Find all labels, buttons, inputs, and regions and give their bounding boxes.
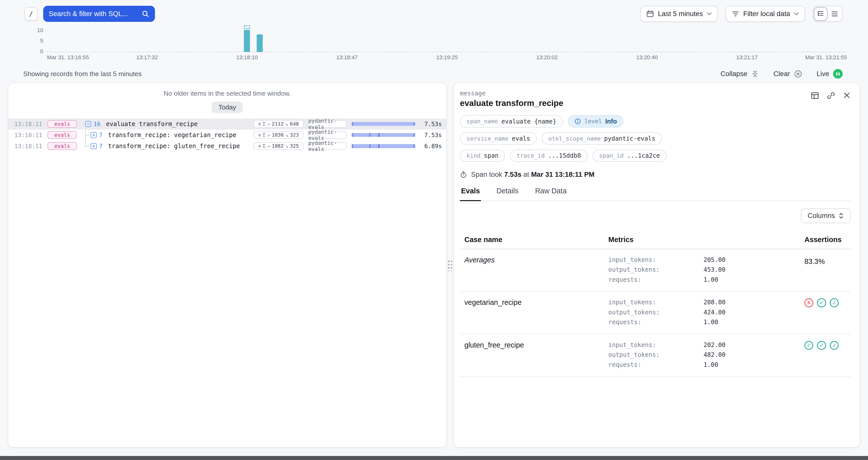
close-icon[interactable] xyxy=(843,91,851,100)
tag-service-name[interactable]: service_name evals xyxy=(460,132,537,144)
copy-link-icon[interactable] xyxy=(827,91,835,100)
table-view-icon[interactable] xyxy=(810,91,819,100)
service-badge[interactable]: evals xyxy=(48,131,77,139)
histogram-bar[interactable] xyxy=(244,30,250,52)
selection-handle[interactable] xyxy=(244,25,250,29)
detail-title: evaluate transform_recipe xyxy=(460,98,851,108)
live-toggle[interactable]: Live xyxy=(816,69,842,78)
tab-details[interactable]: Details xyxy=(495,187,519,201)
assertion-pass-icon[interactable]: ✓ xyxy=(817,298,826,307)
main-panels: No older items in the selected time wind… xyxy=(8,83,860,448)
tag-key: span_id xyxy=(599,153,623,159)
showing-records-text: Showing records from the last 5 minutes xyxy=(23,70,142,78)
histogram-plot-area xyxy=(47,30,847,52)
columns-button[interactable]: Columns xyxy=(801,208,851,224)
metric-label: requests: xyxy=(608,317,704,327)
otel-scope-badge[interactable]: pydantic-evals xyxy=(308,142,347,150)
span-links-icon: ⊘ xyxy=(258,143,261,149)
col-assertions: Assertions xyxy=(798,235,846,244)
table-row[interactable]: gluten_free_recipe input_tokens:202.00 o… xyxy=(460,334,851,376)
tree-view-toggle[interactable] xyxy=(814,7,828,21)
metric-label: input_tokens: xyxy=(608,340,704,350)
x-tick: Mar 31. 13:21:55 xyxy=(805,54,847,61)
assertion-fail-icon[interactable]: ✕ xyxy=(804,298,813,307)
span-metrics-pill[interactable]: ⊘ Σ ↗ 2112 ↘ 648 xyxy=(254,120,303,128)
took-timestamp: Mar 31 13:18:11 PM xyxy=(531,170,594,178)
assertion-pass-icon[interactable]: ✓ xyxy=(817,341,826,350)
tokens-out-icon: ↘ xyxy=(285,143,288,149)
assertion-pass-icon[interactable]: ✓ xyxy=(830,341,839,350)
clear-button[interactable]: Clear xyxy=(774,70,802,78)
attribute-tags: span_name evaluate {name} level Info ser… xyxy=(460,115,851,162)
empty-window-notice: No older items in the selected time wind… xyxy=(8,90,446,97)
span-count[interactable]: − 16 xyxy=(85,121,100,127)
metric-value: 1.00 xyxy=(704,275,798,285)
tag-otel-scope-name[interactable]: otel_scope_name pydantic-evals xyxy=(542,132,662,144)
duration-bar xyxy=(352,133,415,137)
x-tick: 13:20:40 xyxy=(636,54,658,61)
tokens-in-icon: ↗ xyxy=(267,121,270,127)
table-row[interactable]: Averages input_tokens:205.00 output_toke… xyxy=(460,249,851,292)
collapse-button[interactable]: Collapse xyxy=(720,70,759,78)
trace-row[interactable]: 13:18:11 evals − 16 evaluate transform_r… xyxy=(8,119,446,130)
tag-trace-id[interactable]: trace_id ...15ddb8 xyxy=(510,150,587,162)
panel-resize-handle[interactable] xyxy=(447,259,453,271)
assertion-pass-icon[interactable]: ✓ xyxy=(804,341,813,350)
tag-span-name[interactable]: span_name evaluate {name} xyxy=(460,115,563,127)
window-edge xyxy=(0,456,868,460)
otel-scope-badge[interactable]: pydantic-evals xyxy=(308,131,347,139)
live-pause-icon xyxy=(833,69,842,78)
slash-shortcut-key[interactable]: / xyxy=(24,7,38,21)
duration-text: 7.53s xyxy=(419,121,442,127)
span-detail-panel: message evaluate transform_recipe span_n… xyxy=(453,83,860,448)
table-row[interactable]: vegetarian_recipe input_tokens:208.00 ou… xyxy=(460,292,851,334)
tab-raw-data[interactable]: Raw Data xyxy=(534,187,568,201)
trace-row[interactable]: 13:18:11 evals + 7 transform_recipe: glu… xyxy=(8,141,446,152)
span-count[interactable]: + 7 xyxy=(91,132,102,138)
tag-value: evaluate {name} xyxy=(501,118,556,125)
metrics-cell: input_tokens:208.00 output_tokens:424.00… xyxy=(608,297,798,327)
time-range-select[interactable]: Last 5 minutes xyxy=(640,6,718,22)
collapse-children-icon[interactable]: − xyxy=(85,121,91,127)
x-tick: 13:18:10 xyxy=(236,54,258,61)
span-metrics-pill[interactable]: ⊘ Σ ↗ 1030 ↘ 323 xyxy=(254,131,303,139)
tag-kind[interactable]: kind span xyxy=(460,150,505,162)
histogram-bar[interactable] xyxy=(257,34,263,52)
row-timestamp: 13:18:11 xyxy=(14,132,40,138)
assertion-pass-icon[interactable]: ✓ xyxy=(830,298,839,307)
child-count: 7 xyxy=(99,143,102,150)
tree-connector xyxy=(82,130,91,141)
span-metrics-pill[interactable]: ⊘ Σ ↗ 1082 ↘ 325 xyxy=(254,142,303,150)
metric-value: 482.00 xyxy=(704,350,798,360)
span-count[interactable]: + 7 xyxy=(91,143,102,150)
service-badge[interactable]: evals xyxy=(48,142,77,150)
trace-rows: 13:18:11 evals − 16 evaluate transform_r… xyxy=(8,119,446,152)
trace-row[interactable]: 13:18:11 evals + 7 transform_recipe: veg… xyxy=(8,130,446,141)
duration-bar xyxy=(352,144,415,148)
expand-children-icon[interactable]: + xyxy=(91,143,97,149)
col-metrics: Metrics xyxy=(608,235,798,244)
tab-evals[interactable]: Evals xyxy=(460,187,481,201)
tag-value: pydantic-evals xyxy=(604,135,655,142)
took-duration: 7.53s xyxy=(504,170,521,178)
search-button[interactable]: Search & filter with SQL... xyxy=(43,6,155,22)
tokens-in-count: 1082 xyxy=(272,143,284,149)
child-count: 7 xyxy=(99,132,102,138)
collapse-icon xyxy=(751,70,759,78)
tag-value: ...1ca2ce xyxy=(627,152,660,159)
otel-scope-badge[interactable]: pydantic-evals xyxy=(308,120,347,128)
evals-table-header: Case name Metrics Assertions xyxy=(460,230,851,249)
tag-key: level xyxy=(584,118,602,125)
chevron-down-icon xyxy=(794,12,799,15)
service-badge[interactable]: evals xyxy=(48,120,77,128)
assertions-cell: ✕ ✓ ✓ xyxy=(798,297,846,307)
metric-value: 1.00 xyxy=(704,360,798,370)
tag-span-id[interactable]: span_id ...1ca2ce xyxy=(592,150,666,162)
tag-level[interactable]: level Info xyxy=(568,115,623,127)
case-name: Averages xyxy=(464,255,608,264)
sum-icon: Σ xyxy=(263,121,266,127)
x-tick: 13:17:32 xyxy=(136,54,158,61)
expand-children-icon[interactable]: + xyxy=(91,132,97,138)
filter-local-data-select[interactable]: Filter local data xyxy=(725,6,805,22)
list-view-toggle[interactable] xyxy=(828,7,841,21)
